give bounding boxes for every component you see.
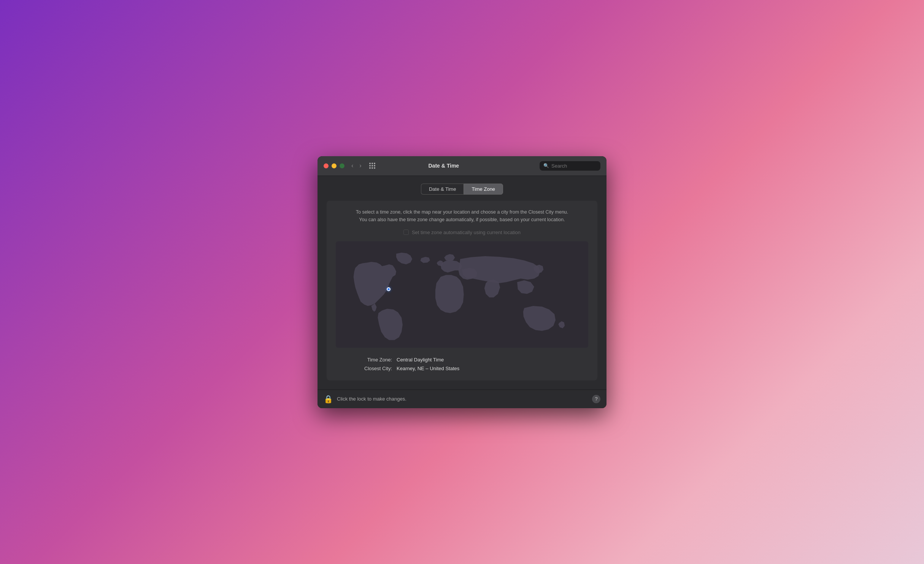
bottom-bar: 🔒 Click the lock to make changes. ? <box>318 390 606 408</box>
minimize-button[interactable] <box>332 163 337 168</box>
close-button[interactable] <box>324 163 329 168</box>
world-map[interactable] <box>336 241 588 348</box>
window-title: Date & Time <box>348 163 540 169</box>
lock-icon[interactable]: 🔒 <box>324 394 333 404</box>
auto-timezone-label: Set time zone automatically using curren… <box>412 230 521 235</box>
content-area: Date & Time Time Zone To select a time z… <box>318 176 606 390</box>
timezone-value: Central Daylight Time <box>397 357 444 363</box>
maximize-button[interactable] <box>340 163 345 168</box>
tab-date-time[interactable]: Date & Time <box>421 184 464 195</box>
info-section: Time Zone: Central Daylight Time Closest… <box>336 355 588 373</box>
timezone-label: Time Zone: <box>343 357 397 363</box>
timezone-panel: To select a time zone, click the map nea… <box>327 201 597 380</box>
closest-city-value: Kearney, NE – United States <box>397 366 459 371</box>
search-icon: 🔍 <box>543 163 549 168</box>
lock-text: Click the lock to make changes. <box>337 396 588 402</box>
tab-bar: Date & Time Time Zone <box>327 184 597 195</box>
search-box[interactable]: 🔍 <box>540 161 600 171</box>
system-preferences-window: ‹ › Date & Time 🔍 Date & Time Time Zone … <box>318 156 606 408</box>
search-input[interactable] <box>551 163 597 169</box>
closest-city-row: Closest City: Kearney, NE – United State… <box>343 364 581 373</box>
help-button[interactable]: ? <box>592 395 600 403</box>
closest-city-label: Closest City: <box>343 366 397 371</box>
traffic-lights <box>324 163 345 168</box>
auto-timezone-row: Set time zone automatically using curren… <box>336 230 588 235</box>
timezone-row: Time Zone: Central Daylight Time <box>343 355 581 364</box>
panel-description: To select a time zone, click the map nea… <box>336 208 588 223</box>
titlebar: ‹ › Date & Time 🔍 <box>318 156 606 176</box>
location-dot <box>387 287 391 291</box>
tab-time-zone[interactable]: Time Zone <box>464 184 503 195</box>
auto-timezone-checkbox[interactable] <box>403 230 409 235</box>
map-svg <box>336 241 588 348</box>
